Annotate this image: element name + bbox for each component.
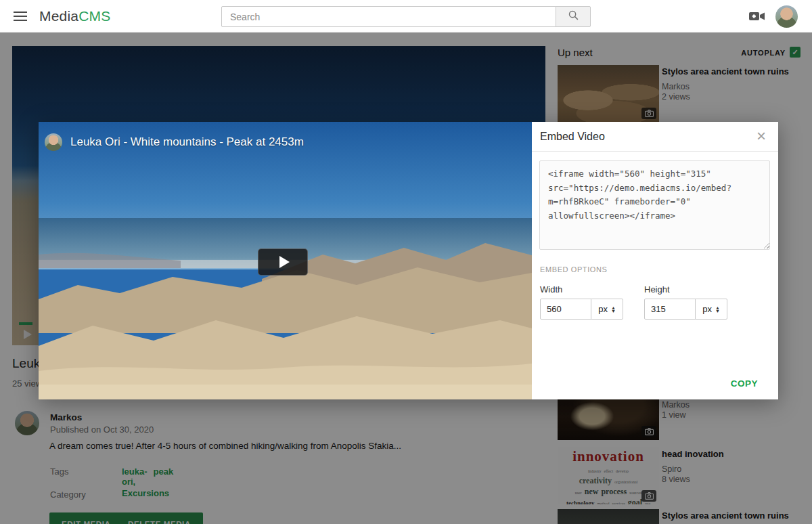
mediacms-logo[interactable]: MediaCMS (39, 8, 110, 24)
stepper-arrows-icon: ▲▼ (715, 306, 720, 313)
play-icon (279, 256, 290, 268)
width-field-group: px ▲▼ (540, 299, 623, 320)
video-camera-plus-icon (748, 14, 766, 26)
copy-button[interactable]: COPY (731, 378, 758, 389)
height-input[interactable] (644, 299, 696, 320)
search-icon (568, 9, 579, 24)
height-unit-select[interactable]: px ▲▼ (695, 299, 727, 320)
embed-options-label: EMBED OPTIONS (540, 265, 607, 274)
logo-text-media: Media (39, 8, 78, 24)
search-input[interactable] (221, 6, 556, 27)
user-avatar[interactable] (775, 5, 798, 28)
upload-media-button[interactable] (748, 9, 769, 24)
width-unit-select[interactable]: px ▲▼ (591, 299, 623, 320)
close-icon[interactable]: × (757, 127, 766, 145)
embed-code-textarea[interactable]: <iframe width="560" height="315" src="ht… (539, 160, 770, 250)
modal-title: Embed Video (540, 131, 605, 143)
width-input[interactable] (540, 299, 591, 320)
search-button[interactable] (556, 6, 591, 27)
stepper-arrows-icon: ▲▼ (611, 306, 616, 313)
hamburger-menu-icon[interactable] (14, 12, 27, 21)
embed-popup: Leuka Ori - White mountains - Peak at 24… (39, 122, 778, 399)
preview-video-title: Leuka Ori - White mountains - Peak at 24… (70, 135, 304, 149)
embed-video-modal: Embed Video × <iframe width="560" height… (532, 122, 778, 399)
height-field-group: px ▲▼ (644, 299, 727, 320)
preview-author-avatar[interactable] (45, 133, 62, 151)
height-label: Height (644, 284, 670, 294)
play-button[interactable] (258, 248, 308, 276)
mediacms-page: MediaCMS Leuka Ori - White mountains - P… (0, 0, 812, 524)
modal-header: Embed Video × (532, 122, 778, 152)
width-unit-value: px (598, 304, 608, 314)
embed-video-preview[interactable]: Leuka Ori - White mountains - Peak at 24… (39, 122, 532, 399)
logo-text-cms: CMS (78, 8, 110, 24)
search-bar (221, 6, 591, 27)
top-header: MediaCMS (0, 0, 812, 32)
width-label: Width (540, 284, 562, 294)
height-unit-value: px (702, 304, 712, 314)
